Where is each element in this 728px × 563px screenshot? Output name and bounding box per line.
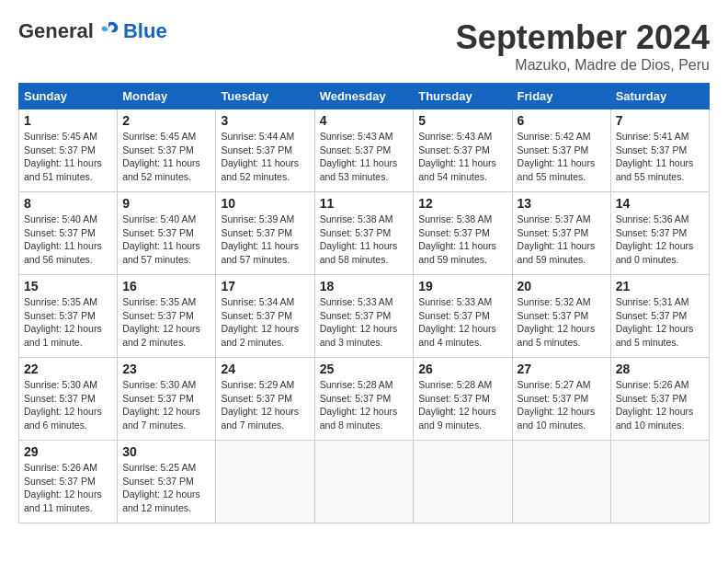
day-info: Sunrise: 5:44 AM Sunset: 5:37 PM Dayligh…	[221, 130, 309, 184]
day-info: Sunrise: 5:25 AM Sunset: 5:37 PM Dayligh…	[122, 461, 210, 515]
day-number: 27	[518, 362, 606, 376]
day-info: Sunrise: 5:36 AM Sunset: 5:37 PM Dayligh…	[616, 213, 704, 267]
logo-blue-text: Blue	[123, 19, 167, 43]
day-info: Sunrise: 5:38 AM Sunset: 5:37 PM Dayligh…	[418, 213, 506, 267]
day-cell-21: 21Sunrise: 5:31 AM Sunset: 5:37 PM Dayli…	[610, 275, 709, 358]
day-number: 23	[122, 362, 210, 376]
week-row-5: 29Sunrise: 5:26 AM Sunset: 5:37 PM Dayli…	[19, 441, 710, 523]
column-header-monday: Monday	[118, 84, 216, 109]
day-info: Sunrise: 5:28 AM Sunset: 5:37 PM Dayligh…	[418, 378, 506, 432]
day-cell-2: 2Sunrise: 5:45 AM Sunset: 5:37 PM Daylig…	[118, 109, 216, 192]
empty-cell	[610, 441, 709, 523]
day-cell-22: 22Sunrise: 5:30 AM Sunset: 5:37 PM Dayli…	[19, 358, 118, 441]
logo: General Blue	[18, 18, 167, 44]
day-info: Sunrise: 5:37 AM Sunset: 5:37 PM Dayligh…	[518, 213, 606, 267]
day-cell-14: 14Sunrise: 5:36 AM Sunset: 5:37 PM Dayli…	[610, 192, 709, 275]
day-cell-11: 11Sunrise: 5:38 AM Sunset: 5:37 PM Dayli…	[314, 192, 414, 275]
day-number: 10	[221, 196, 309, 211]
day-info: Sunrise: 5:30 AM Sunset: 5:37 PM Dayligh…	[122, 378, 210, 432]
day-number: 5	[418, 113, 506, 128]
day-info: Sunrise: 5:40 AM Sunset: 5:37 PM Dayligh…	[122, 213, 210, 267]
day-info: Sunrise: 5:33 AM Sunset: 5:37 PM Dayligh…	[320, 295, 409, 350]
empty-cell	[414, 441, 512, 523]
day-cell-20: 20Sunrise: 5:32 AM Sunset: 5:37 PM Dayli…	[512, 275, 610, 358]
calendar-table: SundayMondayTuesdayWednesdayThursdayFrid…	[18, 83, 710, 523]
column-header-thursday: Thursday	[414, 84, 512, 109]
day-number: 2	[122, 113, 210, 128]
day-info: Sunrise: 5:27 AM Sunset: 5:37 PM Dayligh…	[518, 378, 606, 432]
day-info: Sunrise: 5:35 AM Sunset: 5:37 PM Dayligh…	[122, 295, 210, 350]
empty-cell	[512, 441, 610, 523]
page-header: General Blue September 2024 Mazuko, Madr…	[18, 18, 710, 74]
day-cell-19: 19Sunrise: 5:33 AM Sunset: 5:37 PM Dayli…	[414, 275, 512, 358]
day-info: Sunrise: 5:28 AM Sunset: 5:37 PM Dayligh…	[320, 378, 409, 432]
day-number: 22	[24, 362, 112, 376]
day-number: 24	[221, 362, 309, 376]
column-header-sunday: Sunday	[19, 84, 118, 109]
day-info: Sunrise: 5:30 AM Sunset: 5:37 PM Dayligh…	[24, 378, 112, 432]
day-cell-29: 29Sunrise: 5:26 AM Sunset: 5:37 PM Dayli…	[19, 441, 118, 523]
day-cell-4: 4Sunrise: 5:43 AM Sunset: 5:37 PM Daylig…	[314, 109, 414, 192]
day-info: Sunrise: 5:39 AM Sunset: 5:37 PM Dayligh…	[221, 213, 309, 267]
day-number: 17	[221, 279, 309, 293]
day-number: 18	[320, 279, 409, 293]
day-cell-30: 30Sunrise: 5:25 AM Sunset: 5:37 PM Dayli…	[118, 441, 216, 523]
day-cell-1: 1Sunrise: 5:45 AM Sunset: 5:37 PM Daylig…	[19, 109, 118, 192]
logo-bird-icon	[96, 18, 121, 44]
day-number: 25	[320, 362, 409, 376]
day-info: Sunrise: 5:45 AM Sunset: 5:37 PM Dayligh…	[122, 130, 210, 184]
day-info: Sunrise: 5:26 AM Sunset: 5:37 PM Dayligh…	[616, 378, 704, 432]
day-info: Sunrise: 5:41 AM Sunset: 5:37 PM Dayligh…	[616, 130, 704, 184]
day-cell-5: 5Sunrise: 5:43 AM Sunset: 5:37 PM Daylig…	[414, 109, 512, 192]
day-info: Sunrise: 5:43 AM Sunset: 5:37 PM Dayligh…	[320, 130, 409, 184]
day-number: 14	[616, 196, 704, 211]
day-cell-13: 13Sunrise: 5:37 AM Sunset: 5:37 PM Dayli…	[512, 192, 610, 275]
day-cell-28: 28Sunrise: 5:26 AM Sunset: 5:37 PM Dayli…	[610, 358, 709, 441]
day-number: 3	[221, 113, 309, 128]
day-info: Sunrise: 5:34 AM Sunset: 5:37 PM Dayligh…	[221, 295, 309, 350]
day-info: Sunrise: 5:31 AM Sunset: 5:37 PM Dayligh…	[616, 295, 704, 350]
day-cell-16: 16Sunrise: 5:35 AM Sunset: 5:37 PM Dayli…	[118, 275, 216, 358]
day-info: Sunrise: 5:26 AM Sunset: 5:37 PM Dayligh…	[24, 461, 112, 515]
day-cell-17: 17Sunrise: 5:34 AM Sunset: 5:37 PM Dayli…	[216, 275, 314, 358]
day-cell-18: 18Sunrise: 5:33 AM Sunset: 5:37 PM Dayli…	[314, 275, 414, 358]
day-cell-15: 15Sunrise: 5:35 AM Sunset: 5:37 PM Dayli…	[19, 275, 118, 358]
day-cell-26: 26Sunrise: 5:28 AM Sunset: 5:37 PM Dayli…	[414, 358, 512, 441]
day-cell-8: 8Sunrise: 5:40 AM Sunset: 5:37 PM Daylig…	[19, 192, 118, 275]
day-cell-10: 10Sunrise: 5:39 AM Sunset: 5:37 PM Dayli…	[216, 192, 314, 275]
day-cell-12: 12Sunrise: 5:38 AM Sunset: 5:37 PM Dayli…	[414, 192, 512, 275]
day-cell-3: 3Sunrise: 5:44 AM Sunset: 5:37 PM Daylig…	[216, 109, 314, 192]
day-cell-6: 6Sunrise: 5:42 AM Sunset: 5:37 PM Daylig…	[512, 109, 610, 192]
day-info: Sunrise: 5:29 AM Sunset: 5:37 PM Dayligh…	[221, 378, 309, 432]
location-title: Mazuko, Madre de Dios, Peru	[456, 57, 710, 74]
day-info: Sunrise: 5:42 AM Sunset: 5:37 PM Dayligh…	[518, 130, 606, 184]
week-row-1: 1Sunrise: 5:45 AM Sunset: 5:37 PM Daylig…	[19, 109, 710, 192]
day-cell-25: 25Sunrise: 5:28 AM Sunset: 5:37 PM Dayli…	[314, 358, 414, 441]
column-header-saturday: Saturday	[610, 84, 709, 109]
logo-general-text: General	[18, 19, 94, 43]
day-info: Sunrise: 5:40 AM Sunset: 5:37 PM Dayligh…	[24, 213, 112, 267]
day-info: Sunrise: 5:45 AM Sunset: 5:37 PM Dayligh…	[24, 130, 112, 184]
week-row-2: 8Sunrise: 5:40 AM Sunset: 5:37 PM Daylig…	[19, 192, 710, 275]
day-number: 12	[418, 196, 506, 211]
day-number: 20	[518, 279, 606, 293]
day-cell-7: 7Sunrise: 5:41 AM Sunset: 5:37 PM Daylig…	[610, 109, 709, 192]
month-title: September 2024	[456, 18, 710, 57]
day-number: 16	[122, 279, 210, 293]
column-header-tuesday: Tuesday	[216, 84, 314, 109]
day-number: 11	[320, 196, 409, 211]
day-cell-23: 23Sunrise: 5:30 AM Sunset: 5:37 PM Dayli…	[118, 358, 216, 441]
day-cell-24: 24Sunrise: 5:29 AM Sunset: 5:37 PM Dayli…	[216, 358, 314, 441]
week-row-3: 15Sunrise: 5:35 AM Sunset: 5:37 PM Dayli…	[19, 275, 710, 358]
day-cell-9: 9Sunrise: 5:40 AM Sunset: 5:37 PM Daylig…	[118, 192, 216, 275]
day-number: 7	[616, 113, 704, 128]
title-block: September 2024 Mazuko, Madre de Dios, Pe…	[456, 18, 710, 74]
day-number: 13	[518, 196, 606, 211]
day-cell-27: 27Sunrise: 5:27 AM Sunset: 5:37 PM Dayli…	[512, 358, 610, 441]
day-number: 26	[418, 362, 506, 376]
day-info: Sunrise: 5:38 AM Sunset: 5:37 PM Dayligh…	[320, 213, 409, 267]
day-number: 4	[320, 113, 409, 128]
column-header-friday: Friday	[512, 84, 610, 109]
day-number: 15	[24, 279, 112, 293]
week-row-4: 22Sunrise: 5:30 AM Sunset: 5:37 PM Dayli…	[19, 358, 710, 441]
